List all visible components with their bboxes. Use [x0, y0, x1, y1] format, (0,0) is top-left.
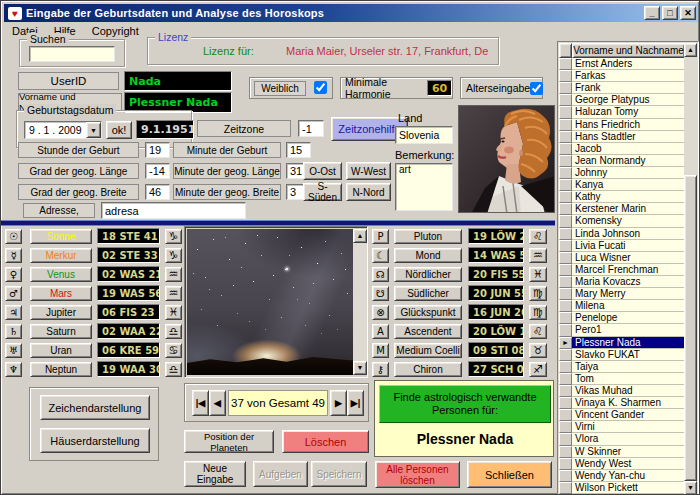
birth-hour-input[interactable]	[145, 142, 170, 158]
planet-label-button[interactable]: Saturn	[30, 324, 92, 339]
planet-icon[interactable]: ♅	[5, 343, 22, 358]
row-selector-cell[interactable]	[559, 252, 572, 264]
planet-label-button[interactable]: Uran	[30, 343, 92, 358]
zodiac-sign-icon[interactable]: ♍	[529, 286, 547, 301]
person-row[interactable]: Pero1	[559, 324, 685, 336]
person-row[interactable]: Hans Stadtler	[559, 131, 685, 143]
menu-item[interactable]: Copyright	[84, 24, 147, 38]
person-row[interactable]: Marcel Frenchman	[559, 264, 685, 276]
planet-label-button[interactable]: Venus	[30, 267, 92, 282]
zodiac-sign-icon[interactable]: ♌	[529, 324, 547, 339]
west-button[interactable]: W-West	[346, 162, 391, 180]
delete-button[interactable]: Löschen	[282, 430, 369, 453]
planet-label-button[interactable]: Neptun	[30, 362, 92, 377]
row-selector-cell[interactable]	[559, 446, 572, 458]
remark-textarea[interactable]: art	[395, 163, 453, 211]
person-row[interactable]: W Skinner	[559, 446, 685, 458]
person-row[interactable]: Vlora	[559, 433, 685, 445]
photo-scroll-down-icon[interactable]: ▼	[353, 361, 367, 375]
person-row[interactable]: Wilson Pickett	[559, 482, 685, 494]
row-selector-cell[interactable]	[559, 58, 572, 70]
row-selector-cell[interactable]	[559, 288, 572, 300]
zodiac-sign-icon[interactable]: ♌	[529, 229, 547, 244]
person-row[interactable]: Milena	[559, 300, 685, 312]
person-row[interactable]: Johnny	[559, 167, 685, 179]
planet-label-button[interactable]: Jupiter	[30, 305, 92, 320]
planet-icon[interactable]: ♆	[5, 362, 22, 377]
planet-label-button[interactable]: Südlicher	[394, 286, 462, 301]
planet-label-button[interactable]: Nördlicher	[394, 267, 462, 282]
zodiac-sign-icon[interactable]: ♉	[529, 343, 547, 358]
zodiac-sign-icon[interactable]: ♒	[165, 286, 182, 301]
search-input[interactable]	[29, 46, 115, 62]
row-selector-cell[interactable]	[559, 385, 572, 397]
planet-icon[interactable]: ⚷	[372, 362, 389, 377]
dropdown-arrow-icon[interactable]: ▼	[86, 122, 101, 138]
row-selector-cell[interactable]	[559, 264, 572, 276]
planet-label-button[interactable]: Ascendent	[394, 324, 462, 339]
row-selector-cell[interactable]	[559, 470, 572, 482]
row-selector-cell[interactable]	[559, 312, 572, 324]
row-selector-cell[interactable]	[559, 179, 572, 191]
person-row[interactable]: Slavko FUKAT	[559, 349, 685, 361]
row-selector-cell[interactable]	[559, 397, 572, 409]
zodiac-sign-icon[interactable]: ♍	[529, 305, 547, 320]
row-selector-cell[interactable]	[559, 240, 572, 252]
east-button[interactable]: O-Ost	[303, 162, 342, 180]
sign-chart-button[interactable]: Zeichendarstellung	[40, 395, 150, 420]
nav-last-icon[interactable]: ▶|	[347, 390, 364, 416]
person-row[interactable]: Kathy	[559, 191, 685, 203]
list-scroll-down-icon[interactable]: ▼	[684, 481, 697, 495]
person-row[interactable]: Penelope	[559, 312, 685, 324]
row-selector-cell[interactable]	[559, 421, 572, 433]
planet-icon[interactable]: P	[372, 229, 389, 244]
zodiac-sign-icon[interactable]: ♓	[165, 305, 182, 320]
person-row[interactable]: ► Plessner Nada	[559, 337, 685, 349]
row-selector-cell[interactable]	[559, 131, 572, 143]
zodiac-sign-icon[interactable]: ♐	[529, 362, 547, 377]
row-selector-cell[interactable]	[559, 300, 572, 312]
house-chart-button[interactable]: Häuserdarstellung	[40, 428, 150, 453]
row-selector-cell[interactable]: ►	[559, 337, 572, 349]
person-row[interactable]: Mary Merry	[559, 288, 685, 300]
country-input[interactable]	[395, 126, 453, 144]
person-row[interactable]: Taiya	[559, 361, 685, 373]
row-selector-cell[interactable]	[559, 82, 572, 94]
row-selector-cell[interactable]	[559, 143, 572, 155]
planet-icon[interactable]: ♂	[5, 286, 22, 301]
nav-next-icon[interactable]: ▶	[330, 390, 347, 416]
list-scroll-thumb[interactable]	[684, 175, 697, 481]
list-scroll-up-icon[interactable]: ▲	[684, 43, 697, 57]
nav-first-icon[interactable]: |◀	[192, 390, 209, 416]
zodiac-sign-icon[interactable]: ♋	[165, 343, 182, 358]
person-row[interactable]: Ernst Anders	[559, 58, 685, 70]
person-row[interactable]: Komensky	[559, 215, 685, 227]
person-row[interactable]: George Platypus	[559, 94, 685, 106]
row-selector-cell[interactable]	[559, 106, 572, 118]
planet-label-button[interactable]: Medium Coelli	[394, 343, 462, 358]
planet-label-button[interactable]: Pluton	[394, 229, 462, 244]
planet-icon[interactable]: ⊗	[372, 305, 389, 320]
ok-button[interactable]: ok!	[106, 121, 132, 139]
female-checkbox[interactable]	[314, 81, 327, 94]
timezone-input[interactable]	[298, 120, 324, 137]
planet-icon[interactable]: ♃	[5, 305, 22, 320]
row-selector-cell[interactable]	[559, 203, 572, 215]
person-row[interactable]: Kanya	[559, 179, 685, 191]
person-row[interactable]: Wendy West	[559, 458, 685, 470]
row-selector-cell[interactable]	[559, 191, 572, 203]
photo-scroll-up-icon[interactable]: ▲	[353, 229, 367, 243]
planet-icon[interactable]: M	[372, 343, 389, 358]
photo-scrollbar[interactable]: ▲ ▼	[353, 229, 367, 375]
row-selector-cell[interactable]	[559, 349, 572, 361]
planet-icon[interactable]: A	[372, 324, 389, 339]
row-selector-cell[interactable]	[559, 228, 572, 240]
person-row[interactable]: Virni	[559, 421, 685, 433]
row-selector-cell[interactable]	[559, 458, 572, 470]
planet-label-button[interactable]: Chiron	[394, 362, 462, 377]
zodiac-sign-icon[interactable]: ♑	[165, 229, 182, 244]
planet-icon[interactable]: ☿	[5, 248, 22, 263]
row-selector-cell[interactable]	[559, 167, 572, 179]
find-related-button[interactable]: Finde astrologisch verwandte Personen fü…	[379, 385, 551, 423]
delete-all-button[interactable]: Alle Personen löschen	[375, 461, 460, 488]
